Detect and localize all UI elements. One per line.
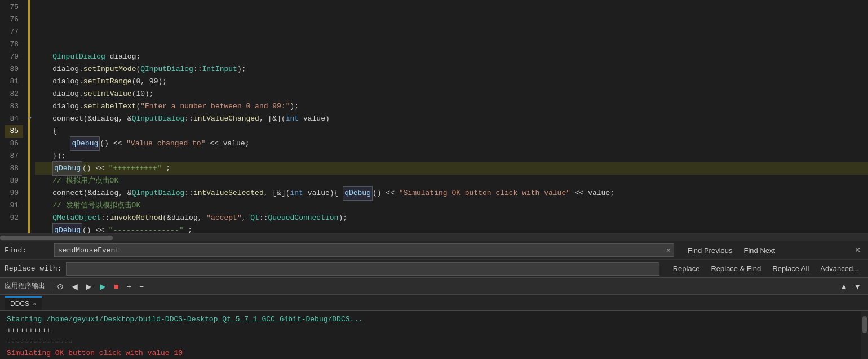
find-row: Find: × Find Previous Find Next × xyxy=(0,241,868,259)
line-number: 83 xyxy=(5,100,23,113)
advanced-button[interactable]: Advanced... xyxy=(816,263,863,274)
output-tab-bar: DDCS × xyxy=(0,295,868,311)
toolbar-up-down: ▲ ▼ xyxy=(838,281,863,291)
find-replace-bar: Find: × Find Previous Find Next × Replac… xyxy=(0,241,868,278)
line-number: 80 xyxy=(5,63,23,76)
find-clear-button[interactable]: × xyxy=(665,246,672,255)
code-line: // 模拟用户点击OK xyxy=(35,175,868,187)
line-number: 87 xyxy=(5,150,23,162)
code-line: qDebug() << "---------------" ; xyxy=(35,224,868,233)
line-number: 92 xyxy=(5,212,23,224)
output-area: 应用程序输出 ⊙ ◀ ▶ ▶ ■ + − ▲ ▼ DDCS × Starting… xyxy=(0,278,868,359)
line-numbers: 757677787980818283848586878889909192 xyxy=(0,0,28,233)
code-line xyxy=(35,38,868,51)
console-line: Starting /home/geyuxi/Desktop/build-DDCS… xyxy=(7,314,854,325)
code-line: ▼ connect(&dialog, &QInputDialog::intVal… xyxy=(35,113,868,125)
line-number: 79 xyxy=(5,51,23,63)
code-line: qDebug() << "++++++++++" ; xyxy=(35,162,868,175)
line-number: 91 xyxy=(5,200,23,212)
line-number: 89 xyxy=(5,175,23,187)
find-input[interactable] xyxy=(54,243,674,257)
line-number: 75 xyxy=(5,1,23,14)
toolbar-up-button[interactable]: ▲ xyxy=(838,281,850,291)
code-line: dialog.setLabelText("Enter a number betw… xyxy=(35,100,868,113)
line-number: 85 xyxy=(5,125,23,138)
line-number: 90 xyxy=(5,187,23,200)
replace-input-wrap xyxy=(66,262,659,276)
output-console[interactable]: Starting /home/geyuxi/Desktop/build-DDCS… xyxy=(0,311,861,359)
code-editor[interactable]: 757677787980818283848586878889909192 QIn… xyxy=(0,0,868,234)
code-line: }); xyxy=(35,150,868,162)
line-number: 88 xyxy=(5,162,23,175)
replace-actions: Replace Replace & Find Replace All Advan… xyxy=(668,263,863,274)
line-number: 76 xyxy=(5,14,23,26)
find-next-button[interactable]: Find Next xyxy=(739,245,780,256)
console-scrollbar[interactable] xyxy=(861,311,868,359)
toolbar-run-button[interactable]: ▶ xyxy=(98,281,108,291)
code-line: QMetaObject::invokeMethod(&dialog, "acce… xyxy=(35,212,868,224)
code-line: QInputDialog dialog; xyxy=(35,51,868,63)
output-tab-close[interactable]: × xyxy=(33,300,36,307)
replace-all-button[interactable]: Replace All xyxy=(768,263,813,274)
find-close-button[interactable]: × xyxy=(852,244,863,256)
toolbar-goto-button[interactable]: ⊙ xyxy=(55,281,66,291)
toolbar-minus-button[interactable]: − xyxy=(137,281,146,291)
find-input-wrap: × xyxy=(54,243,674,257)
line-number: 82 xyxy=(5,88,23,100)
code-line: qDebug() << "Value changed to" << value; xyxy=(35,138,868,150)
line-number: 78 xyxy=(5,38,23,51)
line-number: 77 xyxy=(5,26,23,38)
code-line: dialog.setIntRange(0, 99); xyxy=(35,76,868,88)
find-actions: Find Previous Find Next xyxy=(683,245,780,256)
line-number: 84 xyxy=(5,113,23,125)
code-line: { xyxy=(35,125,868,138)
output-bottom: Starting /home/geyuxi/Desktop/build-DDCS… xyxy=(0,311,868,359)
console-scrollbar-thumb[interactable] xyxy=(862,316,867,333)
output-tab-name: DDCS xyxy=(10,300,29,308)
toolbar-down-button[interactable]: ▼ xyxy=(851,281,863,291)
console-line: Simulating OK button click with value 10 xyxy=(7,348,854,359)
replace-input[interactable] xyxy=(66,262,659,276)
toolbar-divider-1 xyxy=(50,282,50,291)
replace-label: Replace with: xyxy=(5,264,61,273)
replace-row: Replace with: Replace Replace & Find Rep… xyxy=(0,259,868,277)
code-line: dialog.setIntValue(10); xyxy=(35,88,868,100)
output-toolbar: 应用程序输出 ⊙ ◀ ▶ ▶ ■ + − ▲ ▼ xyxy=(0,278,868,295)
code-content[interactable]: QInputDialog dialog; dialog.setInputMode… xyxy=(28,0,868,233)
output-toolbar-label: 应用程序输出 xyxy=(5,281,45,291)
output-tab-ddcs[interactable]: DDCS × xyxy=(5,296,42,310)
find-previous-button[interactable]: Find Previous xyxy=(683,245,737,256)
console-line: --------------- xyxy=(7,336,854,348)
toolbar-forward-button[interactable]: ▶ xyxy=(83,281,94,291)
toolbar-add-button[interactable]: + xyxy=(124,281,133,291)
toolbar-stop-button[interactable]: ■ xyxy=(112,281,121,291)
replace-find-button[interactable]: Replace & Find xyxy=(706,263,765,274)
console-line: ++++++++++ xyxy=(7,325,854,336)
line-number: 86 xyxy=(5,138,23,150)
horizontal-scrollbar[interactable] xyxy=(0,234,868,241)
code-line: connect(&dialog, &QInputDialog::intValue… xyxy=(35,187,868,200)
replace-button[interactable]: Replace xyxy=(668,263,705,274)
toolbar-back-button[interactable]: ◀ xyxy=(69,281,80,291)
code-line: // 发射信号以模拟点击OK xyxy=(35,200,868,212)
find-label: Find: xyxy=(5,246,50,255)
scrollbar-thumb[interactable] xyxy=(0,236,113,240)
console-wrap: Starting /home/geyuxi/Desktop/build-DDCS… xyxy=(0,311,861,359)
line-number: 81 xyxy=(5,76,23,88)
fold-arrow-icon[interactable]: ▼ xyxy=(28,113,32,125)
code-line: dialog.setInputMode(QInputDialog::IntInp… xyxy=(35,63,868,76)
